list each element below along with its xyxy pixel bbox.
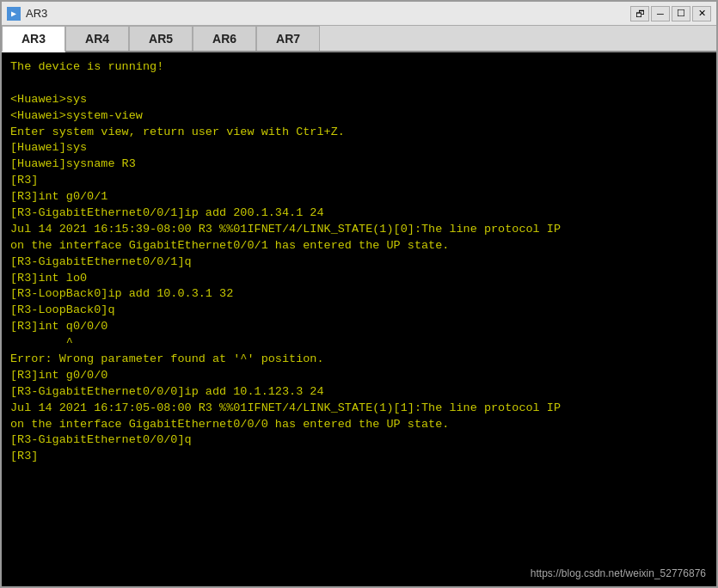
close-button[interactable]: ✕ (692, 6, 711, 21)
window-controls: 🗗 ─ ☐ ✕ (630, 6, 711, 21)
title-bar-left: ▶ AR3 (7, 7, 47, 21)
tab-ar7[interactable]: AR7 (256, 26, 320, 51)
maximize-button[interactable]: ☐ (672, 6, 690, 21)
restore-button[interactable]: 🗗 (630, 6, 649, 21)
title-bar: ▶ AR3 🗗 ─ ☐ ✕ (2, 2, 716, 26)
app-icon: ▶ (7, 7, 21, 21)
minimize-button[interactable]: ─ (651, 6, 670, 21)
tab-bar: AR3 AR4 AR5 AR6 AR7 (2, 26, 716, 52)
terminal-area[interactable]: The device is running! <Huawei>sys <Huaw… (2, 52, 716, 586)
tab-ar3[interactable]: AR3 (2, 26, 65, 52)
watermark: https://blog.csdn.net/weixin_52776876 (531, 567, 706, 579)
terminal-output: The device is running! <Huawei>sys <Huaw… (10, 59, 708, 465)
window-title: AR3 (26, 7, 47, 20)
main-window: ▶ AR3 🗗 ─ ☐ ✕ AR3 AR4 AR5 AR6 AR7 The de… (0, 0, 718, 588)
tab-ar5[interactable]: AR5 (129, 26, 193, 51)
tab-ar4[interactable]: AR4 (65, 26, 129, 51)
tab-ar6[interactable]: AR6 (193, 26, 256, 51)
